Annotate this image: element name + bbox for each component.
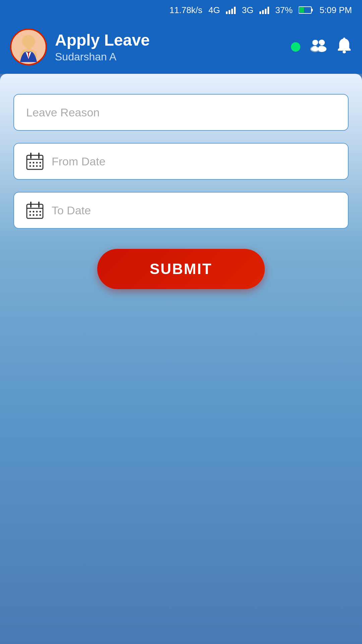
- svg-point-29: [33, 165, 35, 167]
- battery-percent: 37%: [275, 5, 293, 15]
- leave-reason-input[interactable]: [26, 106, 336, 119]
- leave-reason-field[interactable]: [13, 94, 349, 131]
- svg-point-18: [343, 51, 346, 53]
- to-date-calendar-icon: [26, 202, 44, 219]
- svg-point-27: [40, 162, 41, 164]
- from-date-input[interactable]: [52, 155, 336, 168]
- svg-point-19: [343, 38, 345, 40]
- svg-point-25: [33, 162, 35, 164]
- header-actions: [291, 37, 352, 57]
- online-status-dot: [291, 42, 300, 52]
- status-bar: 11.78k/s 4G 3G 37% 5:09 PM: [0, 0, 362, 20]
- svg-rect-1: [311, 9, 313, 11]
- current-time: 5:09 PM: [319, 5, 352, 15]
- to-date-field[interactable]: [13, 192, 349, 229]
- notification-bell-icon[interactable]: [337, 37, 352, 57]
- leave-form: [13, 94, 349, 229]
- svg-point-38: [36, 211, 38, 213]
- svg-rect-5: [27, 48, 31, 52]
- from-date-field[interactable]: [13, 143, 349, 180]
- svg-point-28: [29, 165, 31, 167]
- page-title: Apply Leave: [55, 31, 283, 49]
- svg-rect-2: [299, 7, 304, 13]
- svg-point-43: [40, 214, 41, 216]
- avatar-image: [13, 32, 44, 62]
- battery-icon: [299, 6, 313, 14]
- signal-4g-icon: [226, 6, 236, 14]
- network-type: 4G: [208, 5, 220, 15]
- svg-point-39: [40, 211, 41, 213]
- svg-point-40: [29, 214, 31, 216]
- signal-3g-icon: [259, 6, 269, 14]
- svg-point-36: [29, 211, 31, 213]
- svg-point-42: [36, 214, 38, 216]
- svg-point-41: [33, 214, 35, 216]
- main-content: SUBMIT: [0, 74, 362, 644]
- to-date-input[interactable]: [52, 204, 336, 217]
- svg-point-26: [36, 162, 38, 164]
- svg-point-16: [319, 40, 323, 45]
- user-name: Sudarshan A: [55, 51, 283, 63]
- avatar: [10, 29, 47, 65]
- svg-point-24: [29, 162, 31, 164]
- svg-point-31: [40, 165, 41, 167]
- network-speed: 11.78k/s: [169, 5, 202, 15]
- from-date-calendar-icon: [26, 153, 44, 170]
- svg-point-37: [33, 211, 35, 213]
- submit-button[interactable]: SUBMIT: [97, 249, 265, 289]
- header-text: Apply Leave Sudarshan A: [55, 31, 283, 63]
- team-icon[interactable]: [310, 38, 327, 56]
- svg-point-30: [36, 165, 38, 167]
- svg-point-14: [313, 40, 318, 45]
- app-header: Apply Leave Sudarshan A: [0, 20, 362, 74]
- svg-point-3: [22, 35, 35, 48]
- network-3g: 3G: [242, 5, 253, 15]
